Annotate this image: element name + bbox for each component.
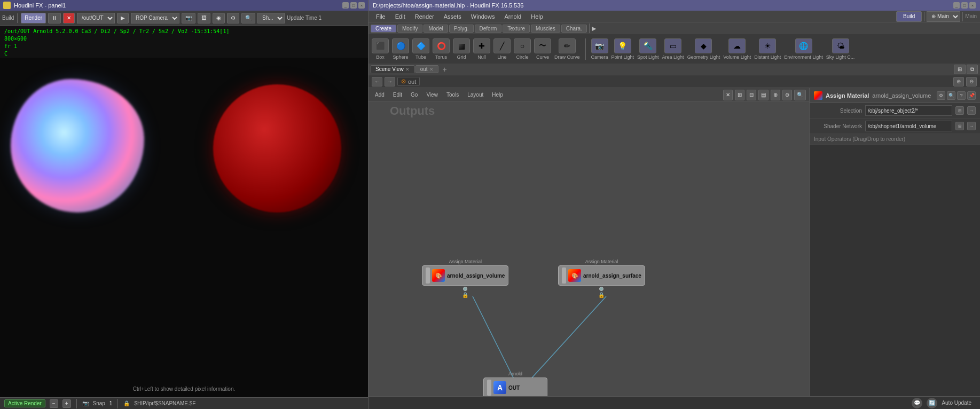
shader-arrow-btn[interactable]: → xyxy=(967,122,976,130)
shelf-tab-polyg[interactable]: Polyg. xyxy=(449,25,474,33)
tool-volume-light[interactable]: ☁ Volume Light xyxy=(723,38,751,60)
shader-expand-btn[interactable]: ⊞ xyxy=(955,122,964,130)
tool-sphere[interactable]: 🔵 Sphere xyxy=(392,38,409,60)
maximize-view-btn[interactable]: ⊞ xyxy=(954,65,966,74)
nav-expand-btn[interactable]: ⊕ xyxy=(953,77,964,86)
shader-input[interactable] xyxy=(865,121,952,131)
menu-arnold[interactable]: Arnold xyxy=(500,12,526,21)
net-layout-btn[interactable]: Layout xyxy=(464,91,487,99)
shelf-tab-muscles[interactable]: Muscles xyxy=(531,25,560,33)
camera-select[interactable]: ROP Camera xyxy=(131,13,179,23)
img-btn[interactable]: 🖼 xyxy=(198,13,210,23)
right-title-controls[interactable]: _ □ × xyxy=(953,2,976,9)
main-select[interactable]: ⊕ Main xyxy=(927,11,960,22)
tool-spot-light[interactable]: 🔦 Spot Light xyxy=(637,38,659,60)
node-box-volume[interactable]: 🎨 arnold_assign_volume xyxy=(422,265,508,286)
tool-box[interactable]: ⬛ Box xyxy=(372,38,389,60)
net-icon-3[interactable]: ⊟ xyxy=(747,90,756,100)
shelf-tab-create[interactable]: Create xyxy=(371,25,396,33)
node-box-surface[interactable]: 🎨 arnold_assign_surface xyxy=(558,265,645,286)
net-icon-6[interactable]: ⊖ xyxy=(782,90,792,100)
scene-view-tab[interactable]: Scene View ✕ xyxy=(371,65,414,73)
net-icon-4[interactable]: ▤ xyxy=(758,90,769,100)
net-add-btn[interactable]: Add xyxy=(372,91,388,99)
out-path-select[interactable]: /out/OUT xyxy=(77,13,115,23)
r-close-btn[interactable]: × xyxy=(969,2,976,9)
cam-btn[interactable]: 📷 xyxy=(182,13,195,23)
render-icon-btn[interactable]: ◉ xyxy=(213,13,225,23)
menu-file[interactable]: File xyxy=(372,12,390,21)
title-controls[interactable]: _ □ × xyxy=(342,2,365,9)
tool-curve[interactable]: 〜 Curve xyxy=(534,38,551,60)
tool-circle[interactable]: ○ Circle xyxy=(514,38,531,60)
settings-btn[interactable]: ⚙ xyxy=(227,13,239,23)
shelf-more-btn[interactable]: ▶ xyxy=(592,25,596,32)
status-sync-btn[interactable]: 🔄 xyxy=(927,398,937,408)
r-maximize-btn[interactable]: □ xyxy=(961,2,968,9)
net-zoom-btn[interactable]: 🔍 xyxy=(794,90,806,100)
tool-line[interactable]: ╱ Line xyxy=(493,38,511,60)
status-chat-btn[interactable]: 💬 xyxy=(912,398,922,408)
minimize-btn[interactable]: _ xyxy=(342,2,349,9)
tool-tube[interactable]: 🔷 Tube xyxy=(412,38,429,60)
selection-arrow-btn[interactable]: → xyxy=(967,106,976,115)
props-help-btn[interactable]: ? xyxy=(957,91,966,100)
menu-render[interactable]: Render xyxy=(411,12,438,21)
shelf-tab-deform[interactable]: Deform xyxy=(475,25,502,33)
net-icon-5[interactable]: ⊕ xyxy=(771,90,780,100)
assign-material-surface-node[interactable]: Assign Material 🎨 arnold_assign_surface … xyxy=(558,259,645,298)
tool-point-light[interactable]: 💡 Point Light xyxy=(611,38,634,60)
tool-area-light[interactable]: ▭ Area Light xyxy=(662,38,684,60)
surface-output-port[interactable] xyxy=(599,287,603,291)
stop-btn[interactable]: ✕ xyxy=(63,13,75,23)
tool-geo-light[interactable]: ◆ Geometry Light xyxy=(687,38,720,60)
tool-env-light[interactable]: 🌐 Environment Light xyxy=(784,38,823,60)
r-minimize-btn[interactable]: _ xyxy=(953,2,960,9)
net-icon-2[interactable]: ⊞ xyxy=(735,90,744,100)
maximize-btn[interactable]: □ xyxy=(350,2,357,9)
sh-select[interactable]: Sh... xyxy=(257,13,285,23)
shelf-tab-chara[interactable]: Chara. xyxy=(561,25,587,33)
scene-view-tab-close[interactable]: ✕ xyxy=(405,67,410,72)
tool-null[interactable]: ✚ Null xyxy=(473,38,490,60)
tool-sky-light[interactable]: 🌤 Sky Light C... xyxy=(826,38,855,60)
render-button[interactable]: Render xyxy=(21,13,46,23)
network-view[interactable]: Add Edit Go View Tools Layout Help ✕ ⊞ ⊟… xyxy=(369,88,809,396)
menu-edit[interactable]: Edit xyxy=(391,12,410,21)
net-go-btn[interactable]: Go xyxy=(407,91,421,99)
build-btn[interactable]: Build xyxy=(896,11,922,22)
shelf-tab-texture[interactable]: Texture xyxy=(503,25,530,33)
shelf-tab-modify[interactable]: Modify xyxy=(397,25,422,33)
net-view-btn[interactable]: View xyxy=(423,91,441,99)
status-plus[interactable]: + xyxy=(62,399,71,408)
volume-output-port[interactable] xyxy=(463,287,467,291)
props-pin-btn[interactable]: 📌 xyxy=(967,91,976,100)
arnold-out-node[interactable]: Arnold A OUT testrender.tif xyxy=(483,371,547,396)
nav-back-btn[interactable]: ← xyxy=(372,77,382,86)
close-btn[interactable]: × xyxy=(358,2,365,9)
add-tab-btn[interactable]: + xyxy=(440,65,450,74)
nav-forward-btn[interactable]: → xyxy=(385,77,395,86)
tool-grid[interactable]: ▦ Grid xyxy=(453,38,470,60)
out-tab[interactable]: out ✕ xyxy=(415,65,438,73)
selection-input[interactable] xyxy=(865,105,952,116)
float-view-btn[interactable]: ⧉ xyxy=(967,65,978,74)
nav-collapse-btn[interactable]: ⊖ xyxy=(966,77,977,86)
pause-btn[interactable]: ⏸ xyxy=(48,13,61,23)
selection-expand-btn[interactable]: ⊞ xyxy=(955,106,964,115)
tool-torus[interactable]: ⭕ Torus xyxy=(433,38,450,60)
menu-help[interactable]: Help xyxy=(527,12,547,21)
node-box-arnold[interactable]: A OUT xyxy=(483,377,547,396)
out-tab-close[interactable]: ✕ xyxy=(429,67,434,72)
menu-windows[interactable]: Windows xyxy=(467,12,499,21)
status-minus[interactable]: − xyxy=(50,399,58,408)
assign-material-volume-node[interactable]: Assign Material 🎨 arnold_assign_volume 🔒 xyxy=(422,259,508,298)
tool-draw-curve[interactable]: ✏ Draw Curve xyxy=(554,38,580,60)
props-magnify-btn[interactable]: 🔍 xyxy=(947,91,955,100)
tool-distant-light[interactable]: ☀ Distant Light xyxy=(754,38,781,60)
props-gear-btn[interactable]: ⚙ xyxy=(937,91,945,100)
net-edit-btn[interactable]: Edit xyxy=(390,91,405,99)
render-canvas[interactable]: Ctrl+Left to show detailed pixel informa… xyxy=(0,58,368,397)
arrow-btn[interactable]: ▶ xyxy=(117,13,129,23)
net-help-btn[interactable]: Help xyxy=(489,91,506,99)
